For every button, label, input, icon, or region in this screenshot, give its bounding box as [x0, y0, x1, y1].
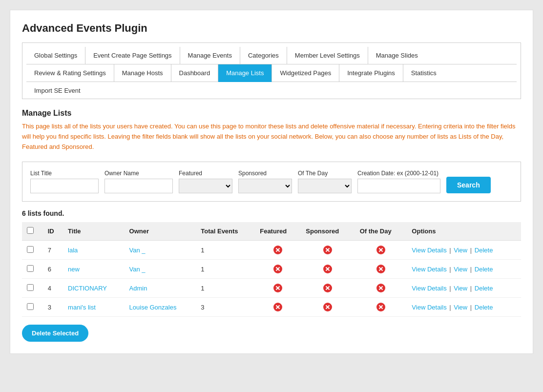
row-featured: [255, 241, 301, 260]
filter-of-the-day-field: Of The Day Yes No: [298, 170, 352, 193]
view-link[interactable]: View: [454, 266, 467, 273]
filter-sponsored-label: Sponsored: [238, 170, 292, 177]
row-featured: [255, 260, 301, 279]
row-options: View Details | View | Delete: [407, 298, 521, 317]
delete-link[interactable]: Delete: [475, 247, 493, 254]
filter-creation-date-label: Creation Date: ex (2000-12-01): [357, 170, 440, 177]
tabs-container: Global Settings Event Create Page Settin…: [22, 42, 521, 99]
tab-global-settings[interactable]: Global Settings: [26, 47, 85, 64]
row-owner: Louise Gonzales: [125, 298, 196, 317]
view-link[interactable]: View: [454, 285, 467, 292]
section-description: This page lists all of the lists your us…: [22, 122, 521, 152]
row-checkbox[interactable]: [27, 265, 34, 272]
results-count: 6 lists found.: [22, 209, 521, 217]
tab-event-create-page-settings[interactable]: Event Create Page Settings: [85, 47, 180, 64]
row-featured: [255, 298, 301, 317]
row-title-link[interactable]: lala: [68, 247, 78, 254]
delete-link[interactable]: Delete: [475, 266, 493, 273]
row-owner-link[interactable]: Van _: [129, 247, 146, 254]
row-title-link[interactable]: new: [68, 266, 80, 273]
tabs-row-3: Import SE Event: [26, 82, 517, 99]
tab-statistics[interactable]: Statistics: [403, 64, 444, 82]
filter-sponsored-select[interactable]: Yes No: [238, 179, 292, 193]
tab-member-level-settings[interactable]: Member Level Settings: [287, 47, 368, 64]
table-header-row: ID Title Owner Total Events Featured Spo…: [22, 222, 521, 241]
tab-manage-slides[interactable]: Manage Slides: [368, 47, 426, 64]
filter-owner-name-input[interactable]: [104, 179, 173, 193]
filter-list-title-label: List Title: [30, 170, 99, 177]
view-link[interactable]: View: [454, 304, 467, 311]
view-details-link[interactable]: View Details: [412, 285, 446, 292]
delete-selected-button[interactable]: Delete Selected: [22, 325, 88, 342]
row-title-link[interactable]: mani's list: [68, 304, 96, 311]
select-all-checkbox[interactable]: [27, 227, 34, 234]
tab-integrate-plugins[interactable]: Integrate Plugins: [339, 64, 403, 82]
row-owner-link[interactable]: Admin: [129, 285, 147, 292]
filter-list-title-input[interactable]: [30, 179, 99, 193]
sponsored-x-icon: [323, 303, 332, 311]
col-of-the-day: Of the Day: [355, 222, 407, 241]
view-details-link[interactable]: View Details: [412, 247, 446, 254]
tab-import-se-event[interactable]: Import SE Event: [26, 82, 88, 99]
tabs-row-2: Review & Rating Settings Manage Hosts Da…: [26, 64, 517, 82]
row-total-events: 1: [196, 260, 255, 279]
tab-manage-hosts[interactable]: Manage Hosts: [114, 64, 171, 82]
table-row: 3 mani's list Louise Gonzales 3 View Det…: [22, 298, 521, 317]
filter-featured-select[interactable]: Yes No: [179, 179, 232, 193]
row-featured: [255, 279, 301, 298]
row-owner: Van _: [125, 241, 196, 260]
view-details-link[interactable]: View Details: [412, 304, 446, 311]
row-id: 4: [43, 279, 63, 298]
tab-dashboard[interactable]: Dashboard: [171, 64, 219, 82]
row-checkbox[interactable]: [27, 303, 34, 310]
col-options: Options: [407, 222, 521, 241]
row-sponsored: [301, 298, 355, 317]
row-owner: Van _: [125, 260, 196, 279]
row-sponsored: [301, 279, 355, 298]
lists-table: ID Title Owner Total Events Featured Spo…: [22, 222, 521, 317]
filter-row: List Title Owner Name Featured Yes No Sp…: [30, 170, 513, 193]
row-checkbox[interactable]: [27, 284, 34, 291]
of-the-day-x-icon: [376, 284, 385, 292]
col-checkbox: [22, 222, 43, 241]
filter-creation-date-input[interactable]: [357, 179, 440, 193]
tab-manage-events[interactable]: Manage Events: [180, 47, 240, 64]
row-owner-link[interactable]: Van _: [129, 266, 146, 273]
row-of-the-day: [355, 279, 407, 298]
view-link[interactable]: View: [454, 247, 467, 254]
featured-x-icon: [273, 265, 282, 273]
row-total-events: 3: [196, 298, 255, 317]
row-title-link[interactable]: DICTIONARY: [68, 285, 107, 292]
row-total-events: 1: [196, 241, 255, 260]
col-featured: Featured: [255, 222, 301, 241]
featured-x-icon: [273, 246, 282, 254]
row-checkbox-cell: [22, 260, 43, 279]
row-owner: Admin: [125, 279, 196, 298]
tabs-row-1: Global Settings Event Create Page Settin…: [26, 47, 517, 64]
sponsored-x-icon: [323, 246, 332, 254]
row-owner-link[interactable]: Louise Gonzales: [129, 304, 177, 311]
row-checkbox[interactable]: [27, 246, 34, 253]
col-id: ID: [43, 222, 63, 241]
delete-link[interactable]: Delete: [475, 304, 493, 311]
row-total-events: 1: [196, 279, 255, 298]
tab-review-rating-settings[interactable]: Review & Rating Settings: [26, 64, 114, 82]
tab-widgetized-pages[interactable]: Widgetized Pages: [272, 64, 339, 82]
view-details-link[interactable]: View Details: [412, 266, 446, 273]
tab-manage-lists[interactable]: Manage Lists: [218, 64, 272, 82]
of-the-day-x-icon: [376, 246, 385, 254]
col-sponsored: Sponsored: [301, 222, 355, 241]
filter-of-the-day-select[interactable]: Yes No: [298, 179, 352, 193]
delete-link[interactable]: Delete: [475, 285, 493, 292]
row-options: View Details | View | Delete: [407, 241, 521, 260]
tab-categories[interactable]: Categories: [240, 47, 287, 64]
row-id: 6: [43, 260, 63, 279]
row-title: mani's list: [63, 298, 124, 317]
row-of-the-day: [355, 260, 407, 279]
col-owner: Owner: [125, 222, 196, 241]
sponsored-x-icon: [323, 265, 332, 273]
search-button[interactable]: Search: [446, 177, 491, 193]
filter-list-title-field: List Title: [30, 170, 99, 193]
table-row: 6 new Van _ 1 View Details | View | Dele…: [22, 260, 521, 279]
row-options: View Details | View | Delete: [407, 279, 521, 298]
